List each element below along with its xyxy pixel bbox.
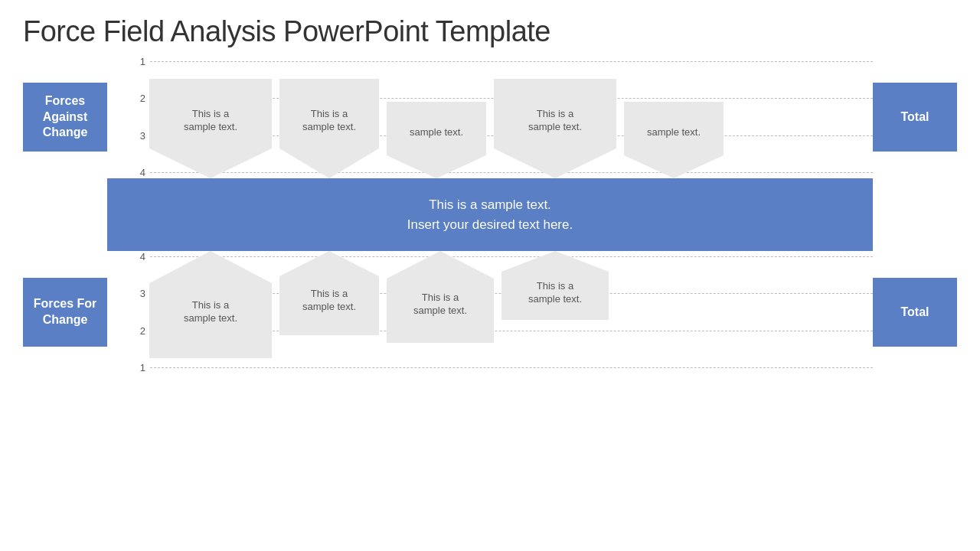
for-label: Forces For Change	[23, 278, 107, 347]
against-arrow-5: sample text.	[624, 102, 724, 178]
against-arrow-2: This is asample text.	[279, 79, 379, 178]
for-arrow-4: This is asample text.	[501, 251, 609, 320]
center-banner: This is a sample text. Insert your desir…	[107, 178, 873, 251]
for-arrow-3: This is asample text.	[387, 251, 494, 343]
against-arrow-4: This is asample text.	[494, 79, 616, 178]
page-title: Force Field Analysis PowerPoint Template	[23, 15, 957, 48]
for-arrow-1: This is asample text.	[149, 251, 272, 358]
against-grid: 1 2 3 4	[107, 56, 873, 178]
against-label: Forces Against Change	[23, 83, 107, 152]
for-arrow-2: This is asample text.	[279, 251, 379, 335]
for-grid: 4 3 2 1	[107, 251, 873, 373]
against-chart: 1 2 3 4	[107, 56, 873, 178]
for-section: Forces For Change 4 3 2	[23, 251, 957, 373]
against-arrow-3: sample text.	[387, 102, 486, 178]
against-total: Total	[873, 83, 957, 152]
page: Force Field Analysis PowerPoint Template…	[0, 0, 980, 551]
for-chart: 4 3 2 1	[107, 251, 873, 373]
for-arrows-row: This is asample text. This is asample te…	[149, 251, 873, 373]
against-section: Forces Against Change 1 2 3	[23, 56, 957, 178]
against-arrow-1: This is asample text.	[149, 79, 272, 178]
for-total: Total	[873, 278, 957, 347]
against-arrows-row: This is asample text. This is asample te…	[149, 56, 873, 178]
